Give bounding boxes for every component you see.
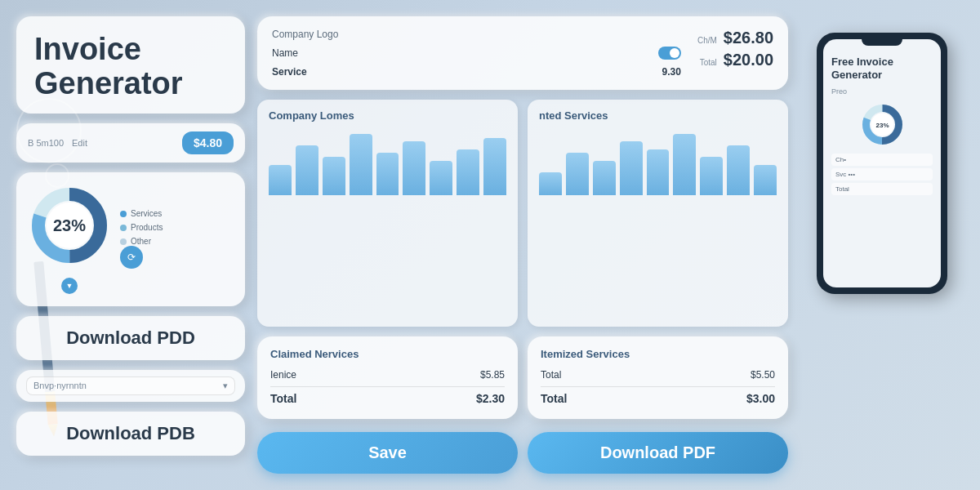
bar (673, 134, 696, 195)
claimed-total-label: Total (270, 392, 296, 405)
format-dropdown-label: Bnvp·nyrnntn (33, 381, 87, 390)
itemized-total-label-1: Total (541, 369, 561, 381)
chart-toggle-small[interactable]: ▼ (61, 278, 78, 294)
claimed-invoice-row: Ienice $5.85 (270, 367, 505, 383)
middle-panel: Company Logo Name Service 9.30 Ch/M $26.… (257, 16, 788, 474)
legend-label-products: Products (131, 223, 163, 232)
claimed-services-card: Claimed Nervices Ienice $5.85 Total $2.3… (257, 336, 518, 419)
format-dropdown-card[interactable]: Bnvp·nyrnntn ▾ (16, 370, 245, 402)
invoice-logo-section: Company Logo Name Service 9.30 (272, 29, 681, 78)
itemized-services-card: Itemized Services Total $5.50 Total $3.0… (528, 336, 788, 419)
name-toggle[interactable] (658, 47, 681, 60)
bar (376, 153, 399, 195)
left-panel: Invoice Generator B 5m100 Edit $4.80 (16, 16, 245, 474)
bar (430, 161, 452, 195)
bar (483, 138, 506, 195)
action-buttons: Save Download PDF (257, 432, 788, 474)
bar (350, 134, 372, 195)
amount1-value: $26.80 (724, 29, 773, 47)
legend-label-other: Other (131, 237, 151, 246)
phone-input-label: Preo (831, 87, 933, 96)
legend-item-services: Services (120, 209, 233, 218)
invoice-name-row: Name (272, 47, 681, 60)
legend-dot-services (120, 211, 127, 217)
chart-legend: Services Products Other (120, 209, 233, 246)
bar (647, 149, 670, 195)
phone-donut-chart: 23% (860, 102, 905, 147)
bar (700, 157, 723, 195)
bar (269, 165, 292, 196)
company-chart-title: Company Lomes (269, 109, 506, 122)
bar (727, 145, 750, 195)
format-dropdown[interactable]: Bnvp·nyrnntn ▾ (26, 376, 235, 395)
save-button[interactable]: Save (257, 432, 518, 474)
amount1-label: Ch/M (697, 36, 717, 45)
legend-dot-products (120, 225, 127, 231)
right-panel: Free Invoice Generator Preo 23% Ch• Svc … (800, 16, 964, 474)
bar (754, 165, 777, 196)
phone-items: Ch• Svc ••• Total (831, 154, 933, 195)
phone-app-title: Free Invoice Generator (831, 56, 933, 81)
donut-chart: 23% (29, 185, 110, 266)
amount2-label: Total (700, 58, 717, 67)
chart-toggle-button[interactable]: ⟳ (120, 246, 143, 269)
legend-dot-other (120, 238, 127, 245)
service-field-value: 9.30 (662, 66, 681, 78)
invoice-amounts: Ch/M $26.80 Total $20.00 (697, 29, 773, 69)
bar (539, 172, 562, 195)
company-chart-section: Company Lomes (257, 100, 518, 327)
service-field-label: Service (272, 66, 307, 78)
phone-notch (862, 39, 902, 46)
phone-screen: Free Invoice Generator Preo 23% Ch• Svc … (823, 39, 941, 287)
bar (323, 157, 345, 195)
phone-item-1: Ch• (831, 154, 933, 166)
chart-card: 23% ▼ Services Products Other (16, 172, 245, 306)
amount-edit-label[interactable]: Edit (72, 138, 87, 148)
app-title: Invoice Generator (34, 33, 227, 101)
claimed-invoice-value: $5.85 (480, 369, 505, 381)
itemized-total-row-2: Total $3.00 (541, 386, 775, 408)
itemized-services-title: Itemized Services (541, 348, 775, 360)
download-pdf-button[interactable]: Download PDF (528, 432, 788, 474)
legend-label-services: Services (131, 209, 162, 218)
legend-item-other: Other (120, 237, 233, 246)
main-container: Invoice Generator B 5m100 Edit $4.80 (0, 0, 980, 490)
amount-bar-value: $4.80 (182, 131, 234, 154)
download-pdf-label-1: Download PDD (66, 327, 195, 349)
amount-bar-label: B 5m100 (28, 138, 64, 148)
services-bar-chart (539, 130, 777, 195)
services-chart-title: nted Services (539, 109, 777, 122)
bar (593, 161, 616, 195)
bar (403, 141, 425, 195)
name-field-label: Name (272, 47, 298, 59)
services-chart-section: nted Services (528, 100, 788, 327)
itemized-total-value-2: $3.00 (746, 392, 775, 405)
amount-bar-card[interactable]: B 5m100 Edit $4.80 (16, 123, 245, 163)
download-pdf-card-2[interactable]: Download PDB (16, 412, 245, 456)
svg-text:23%: 23% (875, 122, 889, 129)
phone-mockup: Free Invoice Generator Preo 23% Ch• Svc … (817, 33, 947, 294)
charts-row: Company Lomes nted Services (257, 100, 788, 327)
phone-item-2: Svc ••• (831, 168, 933, 180)
itemized-total-row-1: Total $5.50 (541, 367, 775, 383)
title-card: Invoice Generator (16, 16, 245, 114)
amount-pair-1: Ch/M $26.80 (697, 29, 773, 47)
bar (457, 149, 479, 195)
amount2-value: $20.00 (724, 51, 773, 69)
phone-item-3: Total (831, 183, 933, 195)
invoice-service-row: Service 9.30 (272, 66, 681, 78)
itemized-total-label-2: Total (541, 392, 567, 405)
itemized-total-value-1: $5.50 (751, 369, 775, 381)
company-logo-label: Company Logo (272, 29, 681, 40)
claimed-invoice-label: Ienice (270, 369, 296, 381)
download-pdf-label-2: Download PDB (66, 423, 195, 444)
invoice-bottom-row: Claimed Nervices Ienice $5.85 Total $2.3… (257, 336, 788, 419)
bar (620, 141, 643, 195)
invoice-top-card: Company Logo Name Service 9.30 Ch/M $26.… (257, 16, 788, 90)
download-pdf-card-1[interactable]: Download PDD (16, 316, 245, 360)
company-bar-chart (269, 130, 506, 195)
donut-center-value: 23% (53, 216, 86, 234)
bar (296, 145, 318, 195)
claimed-total-row: Total $2.30 (270, 386, 505, 408)
amount-pair-2: Total $20.00 (700, 51, 773, 69)
